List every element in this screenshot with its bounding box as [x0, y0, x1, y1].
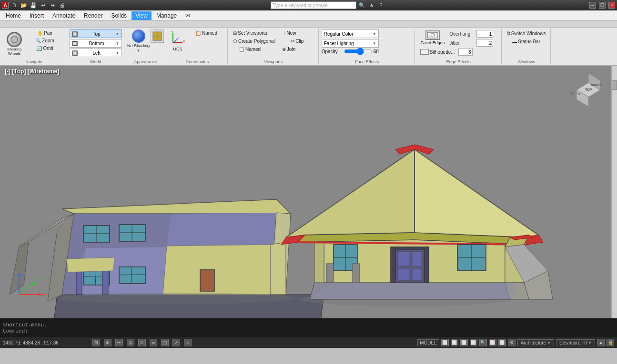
elevation-display[interactable]: Elevation: +0 ▼ — [556, 339, 595, 346]
dyn-icon[interactable]: ↗ — [172, 339, 180, 346]
restore-button[interactable]: ❐ — [599, 2, 606, 9]
expand-icon[interactable]: ▲ — [597, 339, 605, 346]
switch-windows-button[interactable]: ⧉ Switch Windows — [505, 30, 548, 37]
linewidth-icon[interactable]: ≡ — [184, 339, 192, 346]
bookmark-icon[interactable]: ★ — [368, 1, 375, 9]
edge-params: Overhang Jitter — [449, 30, 493, 47]
model-icon4[interactable]: ⬜ — [470, 339, 477, 346]
vertical-scrollbar[interactable] — [611, 66, 617, 318]
menu-render[interactable]: Render — [80, 11, 106, 20]
svg-rect-74 — [353, 264, 360, 283]
menu-home[interactable]: Home — [2, 11, 25, 20]
facet-edges-button[interactable]: Facet Edges — [418, 30, 448, 46]
visual-style-icon[interactable] — [151, 30, 164, 43]
menu-manage[interactable]: Manage — [152, 11, 181, 20]
command-input-row: Command: — [3, 328, 614, 334]
zoom-label: Zoom — [42, 38, 54, 43]
menu-insert[interactable]: Insert — [26, 11, 48, 20]
menu-annotate[interactable]: Annotate — [49, 11, 79, 20]
model-icon3[interactable]: ⬜ — [460, 339, 468, 346]
svg-rect-63 — [398, 252, 410, 266]
open-file-icon[interactable]: 📂 — [20, 1, 28, 9]
plot-icon[interactable]: 🖨 — [58, 1, 66, 9]
clip-button[interactable]: ✂ Clip — [278, 38, 316, 45]
new-file-icon[interactable]: 🗋 — [10, 1, 18, 9]
save-icon[interactable]: 💾 — [30, 1, 37, 9]
axes-svg: Z X Y — [10, 266, 48, 304]
named-viewport-button[interactable]: 📋 Named — [231, 46, 269, 53]
color-mode-dropdown[interactable]: Regular Color ▼ — [322, 30, 379, 38]
viewport-icon2[interactable]: ⬜ — [498, 339, 506, 346]
viewport-dropdown[interactable]: 🔲 Top ▼ — [70, 30, 122, 38]
svg-rect-29 — [119, 267, 145, 284]
join-button[interactable]: ⊕ Join — [270, 46, 308, 53]
named-ucs-button[interactable]: 📋 Named — [187, 30, 225, 37]
app-icon[interactable]: A — [2, 2, 9, 9]
steering-wheels-label: SteeringWheels — [7, 47, 21, 56]
search-icon[interactable]: 🔍 — [358, 1, 366, 9]
scene-svg — [0, 66, 617, 318]
jitter-input[interactable] — [476, 39, 493, 47]
overhang-input[interactable] — [476, 30, 493, 38]
windows-group: ⧉ Switch Windows ▬ Status Bar Windows — [503, 29, 551, 64]
coord-small-btns: 📋 Named — [187, 30, 225, 37]
workspace-dropdown[interactable]: Architecture ▼ — [517, 339, 554, 346]
viewport-label: [-] [Top] [Wireframe] — [5, 68, 59, 75]
model-tab[interactable]: MODEL — [417, 339, 439, 346]
viewport-bottom-dropdown[interactable]: 🔲 Bottom ▼ — [70, 39, 122, 48]
ortho-icon[interactable]: ⊢ — [115, 339, 123, 346]
new-viewport-button[interactable]: + New — [271, 30, 309, 37]
zoom-search-icon[interactable]: 🔍 — [479, 339, 487, 346]
create-polygonal-button[interactable]: ⬡ Create Polygonal — [231, 38, 277, 45]
svg-text:FRONT: FRONT — [591, 84, 601, 87]
viewport-left-dropdown[interactable]: 🔲 Left ▼ — [70, 49, 122, 57]
orbit-button[interactable]: 🔄 Orbit — [26, 45, 64, 52]
menu-view[interactable]: View — [131, 11, 152, 20]
status-bar-button[interactable]: ▬ Status Bar — [505, 38, 548, 45]
viewports-top-row: ⊞ Set Viewports + New — [231, 30, 309, 37]
minimize-button[interactable]: ─ — [589, 2, 596, 9]
osnap-icon[interactable]: ⊙ — [138, 339, 146, 346]
facet-lighting-dropdown[interactable]: Facet Lighting ▼ — [322, 39, 379, 48]
settings-icon[interactable]: ⚙ — [508, 339, 516, 346]
set-viewports-button[interactable]: ⊞ Set Viewports — [231, 30, 270, 37]
grid-icon[interactable]: ⊞ — [92, 339, 100, 346]
silhouette-button[interactable]: Silhouette... — [418, 48, 457, 56]
command-line[interactable]: shortcut-menu. Command: — [0, 318, 617, 337]
title-bar-left: A 🗋 📂 💾 ↩ ↪ 🖨 — [2, 1, 66, 9]
polar-icon[interactable]: ◎ — [127, 339, 134, 346]
help-icon[interactable]: ? — [377, 1, 385, 9]
viewport-left-arrow: ▼ — [116, 51, 120, 55]
pan-button[interactable]: ✋ Pan — [26, 30, 64, 37]
undo-icon[interactable]: ↩ — [39, 1, 47, 9]
scrollbar-thumb[interactable] — [612, 80, 617, 90]
svg-text:Z: Z — [20, 270, 23, 275]
clip-icon: ✂ — [291, 39, 294, 44]
ui-lock-icon[interactable]: 🔒 — [607, 339, 614, 346]
model-icon2[interactable]: ⬜ — [451, 339, 458, 346]
coordinates-label: Coordinates — [186, 59, 209, 64]
silhouette-row: Silhouette... — [418, 48, 473, 56]
opacity-slider[interactable] — [344, 49, 373, 54]
menu-solids[interactable]: Solids — [107, 11, 131, 20]
pan-label: Pan — [44, 30, 52, 36]
steering-wheels-button[interactable]: SteeringWheels — [4, 30, 25, 58]
model-icon1[interactable]: ⬜ — [441, 339, 449, 346]
ucs-button[interactable]: X Y UCS — [169, 30, 186, 51]
snap-icon[interactable]: ⊕ — [104, 339, 111, 346]
viewcube[interactable]: TOP FRONT W W Unnamed — [569, 71, 607, 109]
close-button[interactable]: ✕ — [608, 2, 615, 9]
viewports-group: ⊞ Set Viewports + New ⬡ Create Polygonal… — [229, 29, 319, 64]
command-input-area[interactable] — [30, 331, 614, 331]
lineweight-icon[interactable]: ═ — [150, 339, 157, 346]
zoom-button[interactable]: 🔍 Zoom — [26, 37, 64, 44]
search-box[interactable]: Type a keyword or phrase — [271, 1, 356, 9]
set-viewports-label: Set Viewports — [238, 30, 267, 36]
viewport-icon1[interactable]: ⬜ — [489, 339, 496, 346]
menu-extra[interactable]: ✉ — [182, 11, 194, 20]
viewport[interactable]: [-] [Top] [Wireframe] TOP FRONT W W Unna… — [0, 66, 617, 318]
redo-icon[interactable]: ↪ — [49, 1, 56, 9]
no-shading-button[interactable]: No Shading ▼ — [127, 30, 150, 53]
silhouette-value[interactable] — [458, 48, 473, 56]
transparency-icon[interactable]: ◫ — [161, 339, 169, 346]
